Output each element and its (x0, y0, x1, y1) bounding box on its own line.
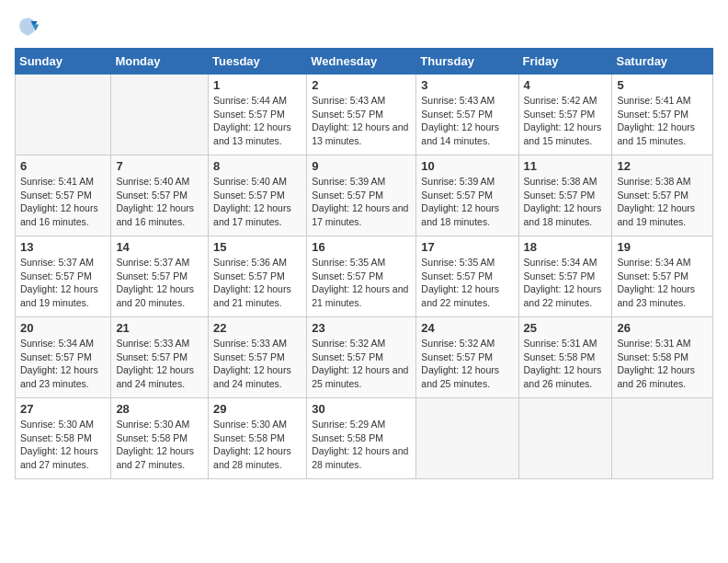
day-number: 15 (213, 240, 301, 254)
logo (15, 15, 44, 40)
header-cell-monday: Monday (111, 49, 209, 75)
day-number: 13 (20, 240, 106, 254)
week-row-4: 20Sunrise: 5:34 AM Sunset: 5:57 PM Dayli… (16, 317, 713, 398)
day-info: Sunrise: 5:40 AM Sunset: 5:57 PM Dayligh… (116, 175, 203, 229)
day-info: Sunrise: 5:33 AM Sunset: 5:57 PM Dayligh… (213, 337, 301, 391)
day-info: Sunrise: 5:39 AM Sunset: 5:57 PM Dayligh… (312, 175, 411, 229)
day-number: 9 (312, 159, 411, 173)
calendar-header: SundayMondayTuesdayWednesdayThursdayFrid… (16, 49, 713, 75)
day-number: 21 (116, 321, 203, 335)
day-info: Sunrise: 5:34 AM Sunset: 5:57 PM Dayligh… (617, 256, 708, 310)
day-info: Sunrise: 5:31 AM Sunset: 5:58 PM Dayligh… (617, 337, 708, 391)
header-cell-saturday: Saturday (612, 49, 713, 75)
day-info: Sunrise: 5:37 AM Sunset: 5:57 PM Dayligh… (116, 256, 203, 310)
day-number: 6 (20, 159, 106, 173)
day-number: 7 (116, 159, 203, 173)
day-cell: 7Sunrise: 5:40 AM Sunset: 5:57 PM Daylig… (111, 155, 209, 236)
day-number: 11 (524, 159, 608, 173)
day-number: 4 (524, 78, 608, 92)
day-number: 2 (312, 78, 411, 92)
day-cell: 5Sunrise: 5:41 AM Sunset: 5:57 PM Daylig… (612, 75, 713, 155)
day-cell: 3Sunrise: 5:43 AM Sunset: 5:57 PM Daylig… (416, 75, 518, 155)
day-cell: 18Sunrise: 5:34 AM Sunset: 5:57 PM Dayli… (518, 236, 612, 317)
day-cell: 22Sunrise: 5:33 AM Sunset: 5:57 PM Dayli… (209, 317, 307, 398)
day-cell (111, 75, 209, 155)
header-cell-wednesday: Wednesday (307, 49, 416, 75)
day-info: Sunrise: 5:39 AM Sunset: 5:57 PM Dayligh… (421, 175, 513, 229)
day-cell: 27Sunrise: 5:30 AM Sunset: 5:58 PM Dayli… (16, 398, 111, 479)
day-cell: 4Sunrise: 5:42 AM Sunset: 5:57 PM Daylig… (518, 75, 612, 155)
day-cell: 13Sunrise: 5:37 AM Sunset: 5:57 PM Dayli… (16, 236, 111, 317)
day-cell: 23Sunrise: 5:32 AM Sunset: 5:57 PM Dayli… (307, 317, 416, 398)
day-info: Sunrise: 5:42 AM Sunset: 5:57 PM Dayligh… (524, 94, 608, 148)
day-info: Sunrise: 5:32 AM Sunset: 5:57 PM Dayligh… (312, 337, 411, 391)
day-info: Sunrise: 5:32 AM Sunset: 5:57 PM Dayligh… (421, 337, 513, 391)
day-info: Sunrise: 5:44 AM Sunset: 5:57 PM Dayligh… (213, 94, 301, 148)
day-info: Sunrise: 5:37 AM Sunset: 5:57 PM Dayligh… (20, 256, 106, 310)
day-number: 24 (421, 321, 513, 335)
header-cell-tuesday: Tuesday (209, 49, 307, 75)
day-cell: 28Sunrise: 5:30 AM Sunset: 5:58 PM Dayli… (111, 398, 209, 479)
header-cell-sunday: Sunday (16, 49, 111, 75)
day-info: Sunrise: 5:35 AM Sunset: 5:57 PM Dayligh… (421, 256, 513, 310)
day-number: 12 (617, 159, 708, 173)
day-number: 23 (312, 321, 411, 335)
day-cell: 15Sunrise: 5:36 AM Sunset: 5:57 PM Dayli… (209, 236, 307, 317)
header-cell-thursday: Thursday (416, 49, 518, 75)
day-number: 5 (617, 78, 708, 92)
day-number: 30 (312, 402, 411, 416)
day-number: 22 (213, 321, 301, 335)
day-cell (416, 398, 518, 479)
day-cell: 16Sunrise: 5:35 AM Sunset: 5:57 PM Dayli… (307, 236, 416, 317)
day-info: Sunrise: 5:30 AM Sunset: 5:58 PM Dayligh… (116, 418, 203, 472)
day-info: Sunrise: 5:41 AM Sunset: 5:57 PM Dayligh… (20, 175, 106, 229)
day-cell: 17Sunrise: 5:35 AM Sunset: 5:57 PM Dayli… (416, 236, 518, 317)
day-cell: 9Sunrise: 5:39 AM Sunset: 5:57 PM Daylig… (307, 155, 416, 236)
day-cell: 12Sunrise: 5:38 AM Sunset: 5:57 PM Dayli… (612, 155, 713, 236)
day-info: Sunrise: 5:38 AM Sunset: 5:57 PM Dayligh… (524, 175, 608, 229)
day-info: Sunrise: 5:30 AM Sunset: 5:58 PM Dayligh… (20, 418, 106, 472)
day-info: Sunrise: 5:29 AM Sunset: 5:58 PM Dayligh… (312, 418, 411, 472)
day-info: Sunrise: 5:34 AM Sunset: 5:57 PM Dayligh… (524, 256, 608, 310)
day-number: 3 (421, 78, 513, 92)
day-cell: 24Sunrise: 5:32 AM Sunset: 5:57 PM Dayli… (416, 317, 518, 398)
day-number: 19 (617, 240, 708, 254)
header-row: SundayMondayTuesdayWednesdayThursdayFrid… (16, 49, 713, 75)
day-info: Sunrise: 5:31 AM Sunset: 5:58 PM Dayligh… (524, 337, 608, 391)
day-number: 29 (213, 402, 301, 416)
day-number: 26 (617, 321, 708, 335)
day-number: 20 (20, 321, 106, 335)
day-info: Sunrise: 5:38 AM Sunset: 5:57 PM Dayligh… (617, 175, 708, 229)
day-number: 8 (213, 159, 301, 173)
day-cell: 10Sunrise: 5:39 AM Sunset: 5:57 PM Dayli… (416, 155, 518, 236)
day-cell: 8Sunrise: 5:40 AM Sunset: 5:57 PM Daylig… (209, 155, 307, 236)
calendar-table: SundayMondayTuesdayWednesdayThursdayFrid… (15, 48, 713, 479)
day-info: Sunrise: 5:41 AM Sunset: 5:57 PM Dayligh… (617, 94, 708, 148)
day-info: Sunrise: 5:43 AM Sunset: 5:57 PM Dayligh… (421, 94, 513, 148)
day-number: 27 (20, 402, 106, 416)
day-cell: 20Sunrise: 5:34 AM Sunset: 5:57 PM Dayli… (16, 317, 111, 398)
week-row-1: 1Sunrise: 5:44 AM Sunset: 5:57 PM Daylig… (16, 75, 713, 155)
day-cell: 2Sunrise: 5:43 AM Sunset: 5:57 PM Daylig… (307, 75, 416, 155)
week-row-2: 6Sunrise: 5:41 AM Sunset: 5:57 PM Daylig… (16, 155, 713, 236)
page-header (15, 15, 713, 40)
day-info: Sunrise: 5:36 AM Sunset: 5:57 PM Dayligh… (213, 256, 301, 310)
day-number: 28 (116, 402, 203, 416)
day-info: Sunrise: 5:30 AM Sunset: 5:58 PM Dayligh… (213, 418, 301, 472)
day-info: Sunrise: 5:34 AM Sunset: 5:57 PM Dayligh… (20, 337, 106, 391)
day-info: Sunrise: 5:40 AM Sunset: 5:57 PM Dayligh… (213, 175, 301, 229)
day-cell (612, 398, 713, 479)
week-row-5: 27Sunrise: 5:30 AM Sunset: 5:58 PM Dayli… (16, 398, 713, 479)
day-cell: 21Sunrise: 5:33 AM Sunset: 5:57 PM Dayli… (111, 317, 209, 398)
header-cell-friday: Friday (518, 49, 612, 75)
day-cell: 14Sunrise: 5:37 AM Sunset: 5:57 PM Dayli… (111, 236, 209, 317)
day-number: 25 (524, 321, 608, 335)
day-number: 1 (213, 78, 301, 92)
day-number: 10 (421, 159, 513, 173)
day-cell: 26Sunrise: 5:31 AM Sunset: 5:58 PM Dayli… (612, 317, 713, 398)
day-cell (16, 75, 111, 155)
day-cell: 25Sunrise: 5:31 AM Sunset: 5:58 PM Dayli… (518, 317, 612, 398)
day-number: 16 (312, 240, 411, 254)
day-number: 17 (421, 240, 513, 254)
day-number: 14 (116, 240, 203, 254)
